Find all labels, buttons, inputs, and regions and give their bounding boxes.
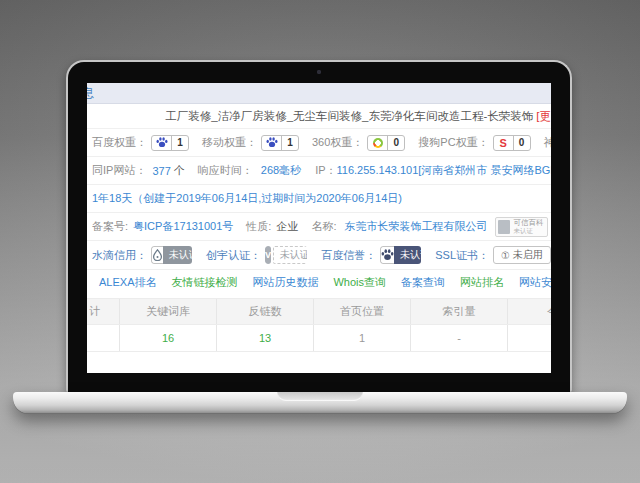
baidu-paw-icon	[152, 136, 171, 150]
icp-company[interactable]: 东莞市长荣装饰工程有限公司	[344, 219, 487, 234]
shuidi-credit-badge[interactable]: 未认证	[151, 246, 192, 264]
table-header-row: 计 关键词库 反链数 首页位置 索引量 今	[87, 299, 551, 325]
domain-age-row: 1年18天（创建于2019年06月14日,过期时间为2020年06月14日)	[87, 185, 551, 213]
ip-label: IP：	[315, 163, 336, 178]
cell-keywords[interactable]: 16	[119, 325, 216, 351]
shenma-weight: 神马权重： 0	[544, 135, 551, 151]
mobile-weight-label: 移动权重：	[202, 135, 257, 150]
cell-index-volume: -	[410, 325, 507, 351]
response-time-label: 响应时间：	[198, 163, 253, 178]
col-header-keywords: 关键词库	[119, 299, 216, 324]
icp-row: 备案号: 粤ICP备17131001号 性质: 企业 名称: 东莞市长荣装饰工程…	[87, 213, 551, 241]
ssl-cert-badge[interactable]: ① 未启用	[493, 246, 551, 264]
baidu-paw-icon	[262, 136, 281, 150]
360-weight: 360权重： 0	[312, 135, 405, 151]
shuidi-credit-label: 水滴信用：	[92, 248, 147, 263]
baidu-paw-dark-icon	[380, 246, 394, 264]
icp-nature-label: 性质:	[246, 219, 271, 234]
ssl-status: 未启用	[513, 248, 543, 262]
icp-number-label: 备案号:	[92, 219, 128, 234]
sogou-weight-label: 搜狗PC权重：	[418, 135, 488, 150]
chuangyu-cert-badge[interactable]: V 未认证	[265, 246, 307, 264]
link-icp-lookup[interactable]: 备案查询	[401, 275, 445, 290]
mobile-weight: 移动权重： 1	[202, 135, 299, 151]
knownsec-v-icon: V	[265, 246, 271, 264]
cell-backlinks[interactable]: 13	[216, 325, 313, 351]
link-site-security[interactable]: 网站安全检测	[519, 275, 551, 290]
same-ip-unit: 个	[174, 163, 185, 178]
sogou-weight: 搜狗PC权重： S 0	[418, 135, 530, 151]
title-update-link[interactable]: [更	[536, 109, 551, 124]
sogou-weight-badge[interactable]: S 0	[493, 135, 531, 151]
credit-row: 水滴信用： 未认证 创宇认证： V 未认证 百度信誉： 未认证 SSL证书：	[87, 241, 551, 270]
shenma-weight-label: 神马权重：	[544, 135, 551, 150]
laptop-lid: 息 工厂装修_洁净厂房装修_无尘车间装修_东莞净化车间改造工程-长荣装饰 [更 …	[66, 60, 572, 392]
360-ring-icon	[368, 136, 387, 150]
col-header-index-volume: 索引量	[410, 299, 507, 324]
weights-row: 百度权重： 1 移动权重： 1 360权重：	[87, 129, 551, 157]
link-site-history[interactable]: 网站历史数据	[252, 275, 318, 290]
site-title: 工厂装修_洁净厂房装修_无尘车间装修_东莞净化车间改造工程-长荣装饰	[165, 109, 533, 124]
mobile-weight-badge[interactable]: 1	[261, 135, 299, 151]
response-time-value: 268毫秒	[261, 163, 301, 178]
baike-icon	[498, 220, 510, 234]
ip-value[interactable]: 116.255.143.101[河南省郑州市 景安网络BGP数据中心]	[337, 163, 551, 178]
mobile-weight-value: 1	[281, 136, 298, 150]
link-site-rank[interactable]: 网站排名	[460, 275, 504, 290]
link-alexa-rank[interactable]: ALEXA排名	[99, 275, 156, 290]
info-icon: ①	[501, 250, 510, 261]
360-weight-value: 0	[387, 136, 404, 150]
baidu-weight-value: 1	[171, 136, 188, 150]
browser-screen: 息 工厂装修_洁净厂房装修_无尘车间装修_东莞净化车间改造工程-长荣装饰 [更 …	[87, 83, 551, 373]
col-header-backlinks: 反链数	[216, 299, 313, 324]
cell-partial-right	[507, 325, 551, 351]
col-header-partial-right: 今	[507, 299, 551, 324]
same-ip-count[interactable]: 377	[152, 165, 170, 177]
page-topbar: 息	[87, 83, 551, 104]
cell-partial	[87, 325, 119, 351]
sogou-weight-value: 0	[513, 136, 530, 150]
360-weight-label: 360权重：	[312, 135, 363, 150]
cell-homepage-position: 1	[313, 325, 410, 351]
icp-nature: 企业	[276, 219, 298, 234]
baidu-reputation-status: 未认证	[394, 246, 421, 264]
webcam-icon	[317, 70, 321, 74]
col-header-homepage-position: 首页位置	[313, 299, 410, 324]
link-friendlink-check[interactable]: 友情链接检测	[171, 275, 237, 290]
icp-number[interactable]: 粤ICP备17131001号	[133, 219, 233, 234]
laptop-base	[13, 392, 627, 413]
baike-line1: 可信百科	[513, 219, 543, 227]
baidu-weight: 百度权重： 1	[92, 135, 189, 151]
site-title-row: 工厂装修_洁净厂房装修_无尘车间装修_东莞净化车间改造工程-长荣装饰 [更	[87, 104, 551, 129]
baike-line2: 未认证	[513, 228, 543, 235]
partial-text-glyph: 息	[87, 85, 94, 102]
server-row: 同IP网站： 377 个 响应时间： 268毫秒 IP： 116.255.143…	[87, 157, 551, 185]
360-weight-badge[interactable]: 0	[367, 135, 405, 151]
sogou-s-icon: S	[494, 136, 513, 150]
tools-links-row: ALEXA排名 友情链接检测 网站历史数据 Whois查询 备案查询 网站排名 …	[87, 270, 551, 294]
icp-name-label: 名称:	[311, 219, 336, 234]
baidu-weight-badge[interactable]: 1	[151, 135, 189, 151]
col-header-partial: 计	[87, 299, 119, 324]
water-drop-icon	[151, 246, 163, 264]
laptop-lid-notch	[277, 392, 363, 401]
domain-age-text: 1年18天（创建于2019年06月14日,过期时间为2020年06月14日)	[92, 191, 402, 206]
link-whois-lookup[interactable]: Whois查询	[333, 275, 386, 290]
trusted-baike-badge[interactable]: 可信百科 未认证	[495, 217, 548, 237]
same-ip-label: 同IP网站：	[92, 163, 146, 178]
chuangyu-cert-label: 创宇认证：	[206, 248, 261, 263]
table-row: 16 13 1 -	[87, 325, 551, 352]
baidu-reputation-badge[interactable]: 未认证	[380, 246, 421, 264]
seo-stats-table: 计 关键词库 反链数 首页位置 索引量 今 16 13 1 -	[87, 298, 551, 352]
shuidi-status: 未认证	[163, 246, 192, 264]
baidu-weight-label: 百度权重：	[92, 135, 147, 150]
baidu-reputation-label: 百度信誉：	[321, 248, 376, 263]
chuangyu-status: 未认证	[273, 246, 307, 264]
ssl-cert-label: SSL证书：	[435, 248, 489, 263]
